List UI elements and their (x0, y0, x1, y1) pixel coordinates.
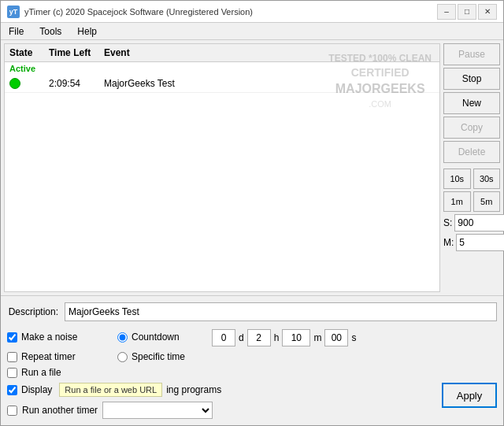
repeat-timer-row: Repeat timer (7, 351, 109, 362)
display-on-top-suffix: ing programs (166, 384, 221, 395)
quick-30s-button[interactable]: 30s (473, 169, 501, 189)
window-title: yTimer (c) 2020 Spacejock Software (Unre… (24, 7, 253, 17)
options-row-1: Make a noise Countdown (7, 328, 432, 346)
table-area: TESTED *100% CLEAN CERTIFIED MAJORGEEKS … (4, 43, 440, 292)
new-button[interactable]: New (443, 92, 500, 114)
options-row-4: Display Run a file or a web URL ing prog… (7, 383, 432, 397)
tooltip-box: Run a file or a web URL (59, 383, 162, 397)
description-input[interactable] (65, 302, 497, 321)
seconds-label: s (351, 332, 356, 343)
apply-area: Apply (432, 328, 497, 408)
make-noise-row: Make a noise (7, 332, 109, 343)
apply-button[interactable]: Apply (442, 383, 497, 408)
specific-time-radio[interactable] (117, 352, 128, 362)
s-input[interactable] (454, 214, 504, 232)
main-window: yT yTimer (c) 2020 Spacejock Software (U… (0, 0, 504, 426)
title-bar-controls: – □ ✕ (437, 4, 497, 20)
app-icon: yT (7, 6, 20, 18)
m-row: M: (443, 234, 500, 251)
green-circle-icon (9, 78, 20, 89)
main-content: TESTED *100% CLEAN CERTIFIED MAJORGEEKS … (1, 40, 503, 425)
table-row[interactable]: 2:09:54 MajorGeeks Test (5, 75, 439, 93)
table-header: State Time Left Event (5, 44, 439, 62)
s-row: S: (443, 214, 500, 232)
run-another-timer-label: Run another timer (22, 405, 98, 416)
hours-label: h (274, 332, 280, 343)
run-another-timer-checkbox[interactable] (7, 406, 17, 416)
days-input[interactable] (212, 329, 235, 346)
countdown-row: Countdown (117, 332, 212, 343)
options-row-5: Run another timer (7, 402, 432, 419)
subheader-active: Active (9, 64, 49, 73)
title-bar-left: yT yTimer (c) 2020 Spacejock Software (U… (7, 6, 253, 18)
quick-btn-row-2: 1m 5m (443, 191, 500, 212)
right-opts: d h m s (212, 328, 432, 346)
copy-button[interactable]: Copy (443, 117, 500, 139)
seconds-input[interactable] (324, 329, 348, 346)
quick-btn-row-1: 10s 30s (443, 169, 500, 189)
specific-time-label: Specific time (132, 351, 185, 362)
make-noise-checkbox[interactable] (7, 332, 17, 343)
make-noise-label: Make a noise (21, 332, 77, 343)
description-row: Description: (7, 302, 497, 321)
options-row-2: Repeat timer Specific time (7, 351, 432, 362)
minimize-button[interactable]: – (437, 4, 456, 20)
pause-button[interactable]: Pause (443, 43, 500, 65)
close-button[interactable]: ✕ (478, 4, 497, 20)
specific-time-row: Specific time (109, 351, 212, 362)
menu-bar: File Tools Help (1, 23, 503, 40)
hours-input[interactable] (247, 329, 271, 346)
top-section: TESTED *100% CLEAN CERTIFIED MAJORGEEKS … (1, 40, 503, 295)
countdown-radio[interactable] (117, 332, 128, 343)
countdown-fields: d h m s (212, 329, 432, 346)
options-and-apply: Make a noise Countdown (7, 328, 497, 419)
repeat-timer-checkbox[interactable] (7, 352, 17, 362)
col-header-event: Event (104, 47, 435, 58)
run-file-label: Run a file (21, 367, 61, 378)
countdown-label: Countdown (132, 332, 180, 343)
menu-file[interactable]: File (4, 24, 28, 39)
quick-5m-button[interactable]: 5m (473, 191, 501, 212)
table-rows[interactable]: 2:09:54 MajorGeeks Test (5, 75, 439, 291)
display-on-top-checkbox[interactable] (7, 385, 17, 395)
options-main: Make a noise Countdown (7, 328, 432, 419)
left-opts: Make a noise (7, 332, 109, 343)
stop-button[interactable]: Stop (443, 68, 500, 90)
description-label: Description: (7, 306, 58, 317)
row-timeleft: 2:09:54 (49, 78, 104, 89)
m-input[interactable] (456, 234, 504, 251)
quick-10s-button[interactable]: 10s (443, 169, 471, 189)
col-header-timeleft: Time Left (49, 47, 104, 58)
row-event: MajorGeeks Test (104, 78, 435, 89)
menu-help[interactable]: Help (72, 24, 102, 39)
m-label: M: (443, 237, 454, 248)
menu-tools[interactable]: Tools (35, 24, 66, 39)
quick-buttons: 10s 30s 1m 5m S: M: (443, 169, 500, 251)
days-label: d (239, 332, 244, 343)
middle-opts-countdown: Countdown (109, 332, 212, 343)
tooltip-text: Run a file or a web URL (65, 385, 157, 395)
row-state (9, 78, 49, 89)
minutes-label: m (313, 332, 321, 343)
bottom-section: Description: Make a noise (1, 295, 503, 425)
options-row-3: Run a file (7, 367, 432, 378)
col-header-state: State (9, 47, 49, 58)
title-bar: yT yTimer (c) 2020 Spacejock Software (U… (1, 1, 503, 23)
minutes-input[interactable] (282, 329, 310, 346)
right-panel: Pause Stop New Copy Delete 10s 30s 1m 5m… (440, 40, 503, 295)
delete-button[interactable]: Delete (443, 141, 500, 163)
table-subheader: Active (5, 62, 439, 75)
run-another-timer-select[interactable] (102, 402, 213, 419)
maximize-button[interactable]: □ (458, 4, 476, 20)
quick-1m-button[interactable]: 1m (443, 191, 471, 212)
repeat-timer-label: Repeat timer (21, 351, 76, 362)
s-label: S: (443, 217, 452, 228)
display-on-top-label: Display (21, 384, 52, 395)
run-file-checkbox[interactable] (7, 368, 17, 378)
